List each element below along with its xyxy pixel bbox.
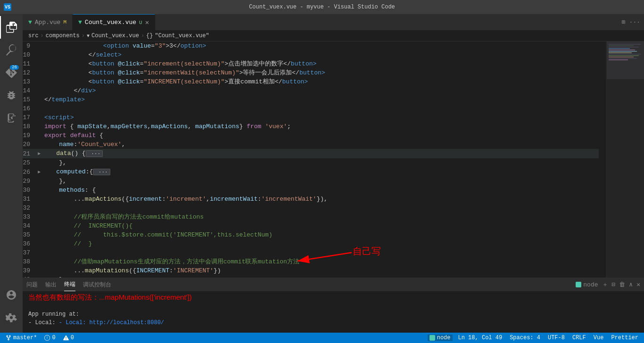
panel-content[interactable]: 当然也有数组的写法：...mapMutations(['increment'])… <box>23 291 644 333</box>
minimap-content <box>607 41 644 278</box>
minimap[interactable] <box>606 41 644 278</box>
line-number: 36 <box>23 239 38 248</box>
activity-icon-explorer[interactable] <box>0 16 23 39</box>
code-line-39: 39 ...mapMutations({INCREMENT:'INCREMENT… <box>23 266 599 275</box>
terminal-line-running: App running at: <box>28 310 638 318</box>
panel-tab-terminal[interactable]: 终端 <box>64 278 75 291</box>
code-line-17: 17<script> <box>23 113 599 122</box>
title-bar: VS Count_vuex.vue - myvue - Visual Studi… <box>0 0 644 14</box>
line-number: 29 <box>23 177 38 186</box>
close-panel-icon[interactable]: ✕ <box>636 281 640 288</box>
breadcrumb-src[interactable]: src <box>28 33 39 39</box>
activity-icon-accounts[interactable] <box>0 284 23 306</box>
status-git-branch[interactable]: master* <box>4 335 39 341</box>
vue-icon-count: ▼ <box>78 19 82 26</box>
status-encoding[interactable]: UTF-8 <box>546 335 567 341</box>
status-node[interactable]: node <box>428 335 453 341</box>
line-code: //程序员亲自写的方法去commit给mutations <box>44 212 599 221</box>
code-editor[interactable]: 9 <option value="3">3</option>10 </selec… <box>23 41 606 278</box>
breadcrumb-filename[interactable]: Count_vuex.vue <box>91 33 139 39</box>
panel-tabs-bar: 问题 输出 终端 调试控制台 node ＋ ⊟ 🗑 ∧ ✕ <box>23 278 644 291</box>
fold-arrow[interactable]: ► <box>38 149 41 158</box>
line-code: }, <box>44 158 599 167</box>
status-spaces[interactable]: Spaces: 4 <box>508 335 542 341</box>
chevron-up-icon[interactable]: ∧ <box>629 281 633 288</box>
node-indicator: node <box>576 281 598 288</box>
line-code: </template> <box>44 95 599 104</box>
trash-terminal-icon[interactable]: 🗑 <box>619 281 625 288</box>
fold-arrow[interactable]: ► <box>38 168 41 177</box>
code-line-21: 21► data() { ··· <box>23 149 599 158</box>
breadcrumb-component-name[interactable]: "Count_vuex.vue" <box>155 33 209 39</box>
line-code: data() { ··· <box>41 149 599 158</box>
code-line-10: 10 </select> <box>23 50 599 59</box>
line-code: // this.$store.commit('INCREMENT',this.s… <box>44 230 599 239</box>
status-language[interactable]: Vue <box>592 335 606 341</box>
panel-tab-output[interactable]: 输出 <box>45 278 57 291</box>
status-errors[interactable]: 0 <box>42 335 57 341</box>
status-bar: master* 0 0 node Ln 18, Col 49 Spaces: 4… <box>0 333 644 343</box>
tab-close-count[interactable]: ✕ <box>145 18 149 26</box>
local-url[interactable]: - Local: http://localhost:8080/ <box>59 319 164 326</box>
breadcrumb-components[interactable]: components <box>46 33 80 39</box>
tab-label-count: Count_vuex.vue <box>85 19 136 26</box>
code-line-14: 14 </div> <box>23 86 599 95</box>
terminal-line-local: - Local: - Local: http://localhost:8080/ <box>28 318 638 327</box>
activity-icon-git[interactable]: 26 <box>0 61 23 84</box>
split-editor-icon[interactable]: ⊞ <box>622 18 626 26</box>
activity-icon-settings[interactable] <box>0 306 23 329</box>
tabs-bar: ▼ App.vue M ▼ Count_vuex.vue U ✕ ⊞ ··· <box>23 14 644 31</box>
line-code: <script> <box>44 113 599 122</box>
tab-count-vuex[interactable]: ▼ Count_vuex.vue U ✕ <box>73 14 155 30</box>
line-code: ...mapMutations({INCREMENT:'INCREMENT'}) <box>44 266 599 275</box>
activity-icon-search[interactable] <box>0 39 23 61</box>
more-actions-icon[interactable]: ··· <box>629 19 640 26</box>
split-terminal-icon[interactable]: ⊟ <box>612 281 616 288</box>
line-code: </div> <box>44 86 599 95</box>
code-line-13: 13 <button @click="INCREMENT(selectNum)"… <box>23 77 599 86</box>
svg-rect-5 <box>429 335 435 341</box>
code-line-11: 11 <button @click="increment(selectNum)"… <box>23 59 599 68</box>
breadcrumb-scope[interactable]: {} <box>146 33 153 39</box>
line-code: // INCREMENT(){ <box>44 221 599 230</box>
activity-icon-debug[interactable] <box>0 84 23 106</box>
line-number: 35 <box>23 230 38 239</box>
breadcrumb-vue-icon: ▼ <box>87 33 90 39</box>
code-line-29: 29 }, <box>23 177 599 186</box>
line-number: 11 <box>23 59 38 68</box>
activity-bar: 26 <box>0 14 23 333</box>
tab-modified-count: U <box>139 20 142 25</box>
line-number: 34 <box>23 221 38 230</box>
line-number: 13 <box>23 77 38 86</box>
line-number: 31 <box>23 195 38 204</box>
code-line-9: 9 <option value="3">3</option> <box>23 41 599 50</box>
line-number: 17 <box>23 113 38 122</box>
window-title: Count_vuex.vue - myvue - Visual Studio C… <box>249 4 395 10</box>
code-line-40: 40 }, <box>23 275 599 278</box>
tab-label-app: App.vue <box>35 19 61 26</box>
panel-tab-debug[interactable]: 调试控制台 <box>83 278 111 291</box>
line-code: import { mapState,mapGetters,mapActions,… <box>44 122 599 131</box>
status-warnings[interactable]: 0 <box>61 335 76 341</box>
status-eol[interactable]: CRLF <box>570 335 588 341</box>
line-number: 10 <box>23 50 38 59</box>
line-code: // } <box>44 239 599 248</box>
line-code: <option value="3">3</option> <box>44 41 599 50</box>
status-ln-col[interactable]: Ln 18, Col 49 <box>456 335 504 341</box>
activity-icon-extensions[interactable] <box>0 106 23 129</box>
line-code: name:'Count_vuex', <box>44 140 599 149</box>
code-line-37: 37 <box>23 248 599 257</box>
tab-modified-app: M <box>63 19 66 25</box>
line-code: export default { <box>44 131 599 140</box>
tab-app-vue[interactable]: ▼ App.vue M <box>23 14 73 30</box>
code-line-15: 15</template> <box>23 95 599 104</box>
bottom-panel: 问题 输出 终端 调试控制台 node ＋ ⊟ 🗑 ∧ ✕ 当然也有数组的写 <box>23 278 644 333</box>
code-line-19: 19export default { <box>23 131 599 140</box>
line-code: //借助mapMutations生成对应的方法，方法中会调用commit联系mu… <box>44 257 599 266</box>
line-number: 30 <box>23 186 38 195</box>
add-terminal-icon[interactable]: ＋ <box>602 280 608 289</box>
line-number: 37 <box>23 248 38 257</box>
panel-tab-problems[interactable]: 问题 <box>26 278 38 291</box>
code-line-38: 38 //借助mapMutations生成对应的方法，方法中会调用commit联… <box>23 257 599 266</box>
status-formatter[interactable]: Prettier <box>609 335 640 341</box>
